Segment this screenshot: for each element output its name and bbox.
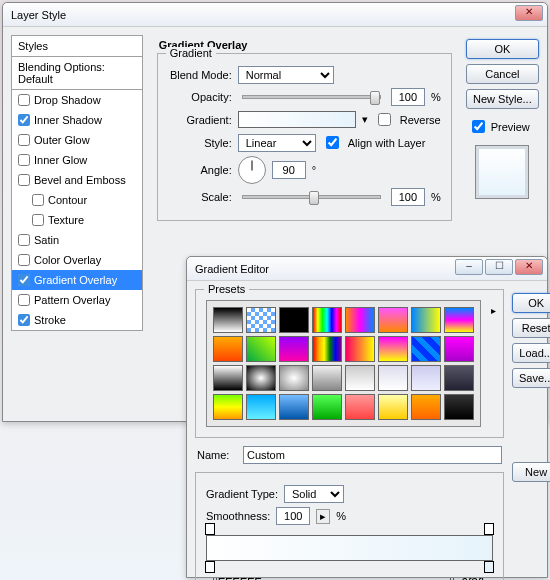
preset-swatch[interactable] — [312, 307, 342, 333]
scale-input[interactable] — [391, 188, 425, 206]
preset-swatch[interactable] — [279, 307, 309, 333]
preset-swatch[interactable] — [411, 365, 441, 391]
preset-swatch[interactable] — [444, 394, 474, 420]
style-label: Stroke — [34, 314, 66, 326]
preset-swatch[interactable] — [378, 307, 408, 333]
opacity-stop-right[interactable] — [484, 523, 494, 535]
styles-header[interactable]: Styles — [12, 36, 142, 57]
style-row[interactable]: Satin — [12, 230, 142, 250]
opacity-stop-left[interactable] — [205, 523, 215, 535]
opacity-slider[interactable] — [242, 95, 381, 99]
gradient-bar[interactable]: #FFFFFF #e6f3fb — [206, 535, 493, 561]
preset-swatch[interactable] — [246, 336, 276, 362]
style-row[interactable]: Stroke — [12, 310, 142, 330]
ok-button[interactable]: OK — [466, 39, 539, 59]
preset-swatch[interactable] — [246, 394, 276, 420]
style-row[interactable]: Inner Glow — [12, 150, 142, 170]
angle-input[interactable] — [272, 161, 306, 179]
maximize-icon[interactable]: ☐ — [485, 259, 513, 275]
smoothness-label: Smoothness: — [206, 510, 270, 522]
color-stop-right[interactable] — [484, 561, 494, 573]
preset-swatch[interactable] — [345, 336, 375, 362]
style-checkbox[interactable] — [18, 114, 30, 126]
blend-mode-select[interactable]: Normal — [238, 66, 334, 84]
preset-swatch[interactable] — [411, 307, 441, 333]
preset-swatch[interactable] — [378, 336, 408, 362]
angle-dial[interactable] — [238, 156, 266, 184]
preview-checkbox[interactable] — [472, 120, 485, 133]
preset-swatch[interactable] — [279, 394, 309, 420]
preset-swatch[interactable] — [378, 365, 408, 391]
ge-ok-button[interactable]: OK — [512, 293, 550, 313]
style-checkbox[interactable] — [18, 314, 30, 326]
minimize-icon[interactable]: – — [455, 259, 483, 275]
style-row[interactable]: Bevel and Emboss — [12, 170, 142, 190]
blending-options-row[interactable]: Blending Options: Default — [12, 57, 142, 90]
style-row[interactable]: Gradient Overlay — [12, 270, 142, 290]
ge-reset-button[interactable]: Reset — [512, 318, 550, 338]
preset-swatch[interactable] — [444, 365, 474, 391]
gradient-legend: Gradient — [166, 47, 216, 59]
preset-swatch[interactable] — [345, 307, 375, 333]
gradient-dropdown-icon[interactable]: ▾ — [362, 113, 368, 126]
opacity-input[interactable] — [391, 88, 425, 106]
gradient-swatch[interactable] — [238, 111, 356, 128]
style-select[interactable]: Linear — [238, 134, 316, 152]
smoothness-input[interactable] — [276, 507, 310, 525]
style-row[interactable]: Color Overlay — [12, 250, 142, 270]
preset-swatch[interactable] — [279, 336, 309, 362]
reverse-label: Reverse — [400, 114, 441, 126]
preset-swatch[interactable] — [312, 336, 342, 362]
new-style-button[interactable]: New Style... — [466, 89, 539, 109]
ge-load-button[interactable]: Load... — [512, 343, 550, 363]
style-checkbox[interactable] — [32, 194, 44, 206]
style-row[interactable]: Inner Shadow — [12, 110, 142, 130]
preset-swatch[interactable] — [246, 365, 276, 391]
ge-new-button[interactable]: New — [512, 462, 550, 482]
preset-swatch[interactable] — [345, 365, 375, 391]
presets-menu-icon[interactable]: ▸ — [491, 305, 496, 316]
close-icon[interactable]: ✕ — [515, 5, 543, 21]
color-stop-left[interactable] — [205, 561, 215, 573]
style-checkbox[interactable] — [18, 234, 30, 246]
close-icon[interactable]: ✕ — [515, 259, 543, 275]
gradient-type-select[interactable]: Solid — [284, 485, 344, 503]
ge-save-button[interactable]: Save... — [512, 368, 550, 388]
preset-swatch[interactable] — [246, 307, 276, 333]
style-checkbox[interactable] — [18, 134, 30, 146]
align-checkbox[interactable] — [326, 136, 339, 149]
preset-swatch[interactable] — [411, 336, 441, 362]
style-row[interactable]: Drop Shadow — [12, 90, 142, 110]
preset-swatch[interactable] — [213, 307, 243, 333]
style-row[interactable]: Contour — [12, 190, 142, 210]
preset-swatch[interactable] — [213, 365, 243, 391]
preset-swatch[interactable] — [213, 336, 243, 362]
style-row[interactable]: Pattern Overlay — [12, 290, 142, 310]
style-checkbox[interactable] — [18, 294, 30, 306]
layer-style-titlebar[interactable]: Layer Style ✕ — [3, 3, 547, 27]
cancel-button[interactable]: Cancel — [466, 64, 539, 84]
preset-swatch[interactable] — [279, 365, 309, 391]
style-checkbox[interactable] — [18, 254, 30, 266]
smoothness-stepper-icon[interactable]: ▸ — [316, 509, 330, 524]
reverse-checkbox[interactable] — [378, 113, 391, 126]
preset-swatch[interactable] — [411, 394, 441, 420]
preset-swatch[interactable] — [312, 394, 342, 420]
preset-swatch[interactable] — [444, 336, 474, 362]
style-checkbox[interactable] — [18, 174, 30, 186]
style-row[interactable]: Outer Glow — [12, 130, 142, 150]
preset-swatch[interactable] — [213, 394, 243, 420]
style-checkbox[interactable] — [18, 274, 30, 286]
style-label: Drop Shadow — [34, 94, 101, 106]
preset-swatch[interactable] — [345, 394, 375, 420]
preset-swatch[interactable] — [378, 394, 408, 420]
style-checkbox[interactable] — [18, 154, 30, 166]
name-input[interactable] — [243, 446, 502, 464]
scale-slider[interactable] — [242, 195, 381, 199]
style-row[interactable]: Texture — [12, 210, 142, 230]
preset-swatch[interactable] — [444, 307, 474, 333]
style-checkbox[interactable] — [32, 214, 44, 226]
style-checkbox[interactable] — [18, 94, 30, 106]
gradient-editor-titlebar[interactable]: Gradient Editor – ☐ ✕ — [187, 257, 547, 281]
preset-swatch[interactable] — [312, 365, 342, 391]
